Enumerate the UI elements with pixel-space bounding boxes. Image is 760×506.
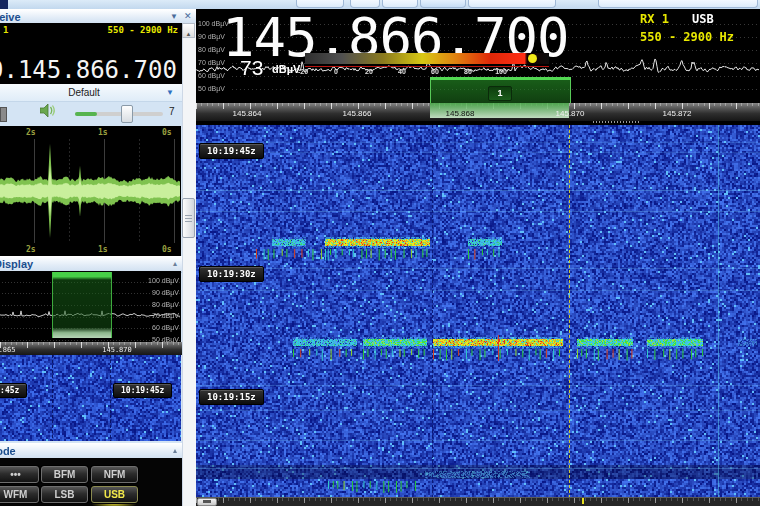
waterfall-timestamp: 10:19:30z — [199, 266, 264, 282]
mini-db-label: 90 dBµV — [140, 289, 179, 296]
collapse-icon[interactable]: ▴ — [173, 446, 177, 455]
meter-tick: 80 — [456, 68, 480, 75]
time-label: 2s — [26, 245, 36, 254]
left-panel-scrollbar[interactable] — [182, 23, 196, 506]
freq-tick-label: 145.866 — [332, 109, 382, 118]
main-db-label: 70 dBµV — [198, 59, 225, 66]
waterfall-timestamp: 10:19:45z — [199, 143, 264, 159]
receive-panel-title: Receive — [0, 11, 21, 23]
meter-tick: -20 — [291, 68, 315, 75]
scrollbar-grip — [185, 215, 192, 222]
main-db-label: 100 dBµV — [198, 20, 229, 27]
time-label: 0s — [162, 245, 172, 254]
mini-waterfall-timestamp: 10:19:45z — [113, 383, 172, 398]
meter-tick: 40 — [390, 68, 414, 75]
display-section-title: Display — [0, 258, 33, 270]
meter-tick: 100 — [489, 68, 513, 75]
mini-db-label: 60 dBµV — [140, 324, 179, 331]
mini-db-label: 80 dBµV — [140, 301, 179, 308]
left-frequency-box: 1 550 - 2900 Hz 0.145.866.700 — [0, 23, 182, 84]
signal-meter-peak-dot — [528, 54, 537, 63]
window-corner-block — [0, 0, 8, 9]
arrow-up-icon: ▲ — [186, 31, 192, 37]
mode-button-lsb[interactable]: LSB — [41, 486, 88, 503]
signal-meter-bar — [305, 53, 549, 64]
signal-meter-underline — [305, 66, 549, 67]
time-label: 0s — [162, 128, 172, 137]
main-db-label: 60 dBµV — [198, 72, 225, 79]
panel-close-icon[interactable]: ✕ — [184, 11, 192, 21]
mini-db-label: 70 dBµV — [140, 312, 179, 319]
mini-freq-label: 145.865 — [0, 346, 16, 354]
ruler-drag-marker[interactable] — [593, 121, 641, 123]
freq-tick-label: 145.868 — [435, 109, 485, 118]
mini-waterfall-timestamp: 10:19:45z — [0, 383, 27, 398]
button-glyph — [203, 500, 211, 503]
clipped-toolbar-icon — [0, 107, 7, 122]
main-db-label: 90 dBµV — [198, 33, 225, 40]
mode-button-wfm[interactable]: WFM — [0, 486, 39, 503]
left-frequency-readout[interactable]: 0.145.866.700 — [0, 56, 177, 84]
volume-row: 7 — [0, 102, 182, 126]
time-label: 1s — [98, 128, 108, 137]
bottom-ruler-button[interactable] — [197, 498, 217, 506]
collapse-icon[interactable]: ▴ — [173, 259, 177, 268]
mini-db-label: 100 dBµV — [140, 277, 179, 284]
volume-value: 7 — [169, 106, 175, 117]
mini-waterfall-display[interactable] — [0, 355, 181, 441]
mini-passband-overlay[interactable] — [52, 272, 112, 338]
sdr-console-window: Receive ▼ ✕ 1 550 - 2900 Hz 0.145.866.70… — [0, 0, 760, 506]
audio-scope-time-axis-top: 2s 1s 0s — [0, 126, 181, 139]
audio-waveform-scope — [0, 139, 181, 243]
mini-frequency-ruler[interactable]: 145.865 145.870 — [0, 342, 182, 355]
meter-tick: 0 — [324, 68, 348, 75]
main-rx-label: RX 1 — [640, 12, 669, 26]
scrollbar-thumb[interactable] — [182, 198, 195, 238]
scrollbar-up-button[interactable]: ▲ — [182, 23, 195, 38]
time-label: 1s — [98, 245, 108, 254]
audio-scope-time-axis-bottom: 2s 1s 0s — [0, 243, 181, 256]
main-waterfall-display[interactable] — [196, 125, 760, 497]
freq-tick-label: 145.864 — [222, 109, 272, 118]
left-rx-label: 1 — [3, 25, 8, 35]
bottom-ruler-yellow-marker — [582, 498, 584, 504]
main-filter-range: 550 - 2900 Hz — [640, 30, 734, 44]
speaker-icon[interactable] — [40, 103, 58, 123]
toolbar-button-fragment[interactable] — [598, 0, 758, 8]
panel-collapse-icon[interactable]: ▼ — [170, 12, 178, 21]
time-label: 2s — [26, 128, 36, 137]
main-mode-label: USB — [692, 12, 714, 26]
signal-meter-value: 73 — [240, 56, 263, 80]
mode-section-title: Mode — [0, 445, 16, 457]
freq-tick-label: 145.872 — [652, 109, 702, 118]
chevron-down-icon[interactable]: ▼ — [166, 88, 174, 97]
volume-slider-handle[interactable] — [121, 105, 133, 123]
mode-button-nfm[interactable]: NFM — [91, 466, 138, 483]
mini-freq-label: 145.870 — [95, 346, 139, 354]
mode-button-bfm[interactable]: BFM — [41, 466, 88, 483]
left-filter-range: 550 - 2900 Hz — [90, 25, 178, 35]
preset-dropdown[interactable]: Default ▼ — [0, 84, 182, 102]
mode-button-usb[interactable]: USB — [91, 486, 138, 503]
meter-tick: 60 — [423, 68, 447, 75]
volume-slider-fill — [75, 112, 97, 116]
main-db-label: 80 dBµV — [198, 46, 225, 53]
mode-button-more[interactable]: ••• — [0, 466, 39, 483]
waterfall-timestamp: 10:19:15z — [199, 389, 264, 405]
freq-tick-label: 145.870 — [545, 109, 595, 118]
passband-number-badge: 1 — [488, 86, 512, 101]
main-db-label: 50 dBµV — [198, 85, 225, 92]
waterfall-bottom-ruler[interactable] — [196, 497, 760, 506]
meter-tick: 20 — [357, 68, 381, 75]
preset-value: Default — [0, 87, 168, 98]
